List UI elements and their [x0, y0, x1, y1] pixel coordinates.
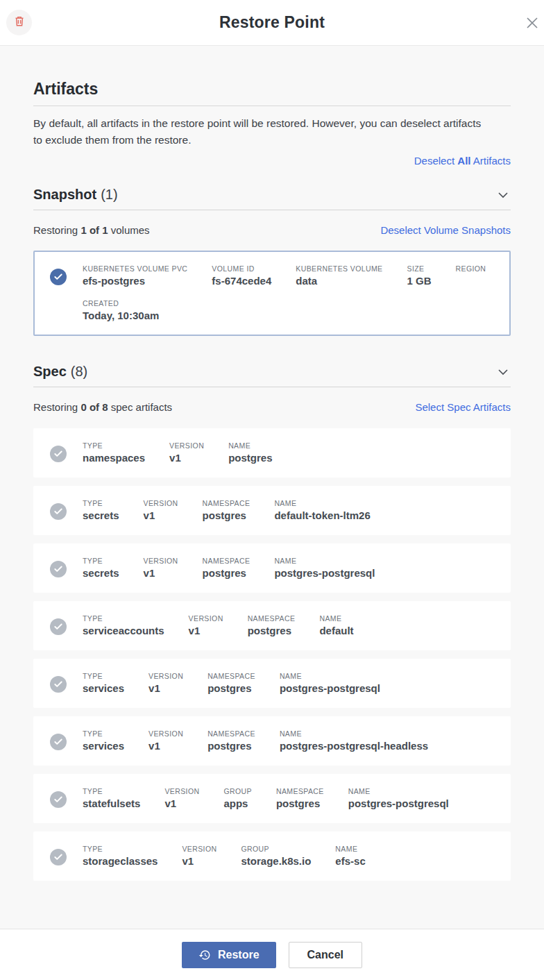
- field-label: NAME: [319, 614, 353, 623]
- field-value: postgres: [207, 682, 255, 695]
- cancel-button[interactable]: Cancel: [289, 942, 362, 968]
- field-label: NAME: [348, 787, 449, 795]
- field-label: NAMESPACE: [203, 499, 250, 507]
- spec-fields: TYPEservicesVERSIONv1NAMESPACEpostgresNA…: [83, 672, 494, 695]
- field-label: VERSION: [164, 787, 199, 795]
- delete-restore-point-button[interactable]: [6, 10, 32, 35]
- chevron-down-icon[interactable]: [497, 189, 509, 201]
- close-icon[interactable]: [525, 15, 540, 31]
- field-label: VERSION: [144, 557, 178, 565]
- field-label: VERSION: [148, 672, 183, 680]
- spec-artifact-list: TYPEnamespacesVERSIONv1NAMEpostgresTYPEs…: [33, 428, 511, 881]
- field-label: KUBERNETES VOLUME PVC: [83, 264, 187, 273]
- artifact-field: VERSIONv1: [148, 729, 183, 752]
- field-value: data: [296, 275, 382, 287]
- snapshot-section-title: Snapshot(1): [33, 187, 118, 203]
- spec-fields: TYPEsecretsVERSIONv1NAMESPACEpostgresNAM…: [83, 557, 494, 580]
- artifact-checkbox[interactable]: [50, 676, 67, 693]
- deselect-volume-snapshots-link[interactable]: Deselect Volume Snapshots: [380, 224, 511, 236]
- deselect-all-artifacts-link[interactable]: Deselect All Artifacts: [414, 155, 511, 167]
- artifact-field: REGION: [456, 264, 486, 287]
- artifacts-description: By default, all artifacts in the restore…: [33, 115, 484, 149]
- field-label: VERSION: [169, 441, 204, 450]
- field-row: TYPEsecretsVERSIONv1NAMESPACEpostgresNAM…: [83, 557, 494, 580]
- select-spec-artifacts-link[interactable]: Select Spec Artifacts: [415, 401, 511, 413]
- spec-section-title: Spec(8): [33, 364, 87, 380]
- field-row: KUBERNETES VOLUME PVCefs-postgresVOLUME …: [83, 264, 494, 287]
- field-row: TYPEserviceaccountsVERSIONv1NAMESPACEpos…: [83, 614, 494, 637]
- field-row: TYPEstatefulsetsVERSIONv1GROUPappsNAMESP…: [83, 787, 494, 810]
- field-value: secrets: [83, 567, 119, 580]
- artifact-field: NAMEdefault-token-ltm26: [274, 499, 370, 522]
- spec-section-header: Spec(8): [33, 364, 511, 387]
- artifact-field: TYPEservices: [83, 729, 124, 752]
- spec-fields: TYPEstorageclassesVERSIONv1GROUPstorage.…: [83, 845, 494, 868]
- artifact-checkbox[interactable]: [50, 734, 67, 750]
- trash-icon: [14, 15, 25, 30]
- spec-artifact-card: TYPEservicesVERSIONv1NAMESPACEpostgresNA…: [33, 716, 511, 766]
- field-label: NAMESPACE: [203, 557, 250, 565]
- field-label: VERSION: [148, 729, 183, 738]
- spec-fields: TYPEnamespacesVERSIONv1NAMEpostgres: [83, 441, 494, 464]
- artifact-field: NAMESPACEpostgres: [203, 557, 250, 580]
- field-value: services: [83, 682, 124, 695]
- field-label: NAMESPACE: [248, 614, 296, 623]
- field-label: TYPE: [83, 787, 140, 795]
- modal-footer: Restore Cancel: [0, 929, 544, 980]
- artifact-field: KUBERNETES VOLUMEdata: [296, 264, 382, 287]
- artifact-field: NAMESPACEpostgres: [207, 729, 255, 752]
- field-row: CREATEDToday, 10:30am: [83, 299, 494, 322]
- spec-artifact-card: TYPEsecretsVERSIONv1NAMESPACEpostgresNAM…: [33, 486, 511, 535]
- artifact-field: NAMEefs-sc: [335, 845, 365, 868]
- spec-artifact-card: TYPEserviceaccountsVERSIONv1NAMESPACEpos…: [33, 601, 511, 650]
- restore-button[interactable]: Restore: [182, 942, 276, 968]
- artifact-checkbox[interactable]: [50, 618, 67, 635]
- field-label: NAME: [280, 729, 428, 738]
- field-label: NAME: [274, 499, 370, 507]
- field-value: default-token-ltm26: [274, 509, 370, 522]
- artifact-checkbox[interactable]: [50, 561, 67, 577]
- spec-artifact-card: TYPEnamespacesVERSIONv1NAMEpostgres: [33, 428, 511, 478]
- artifact-field: VERSIONv1: [144, 557, 178, 580]
- field-value: postgres-postgresql: [274, 567, 375, 580]
- spec-fields: TYPEservicesVERSIONv1NAMESPACEpostgresNA…: [83, 729, 494, 752]
- field-value: postgres-postgresql-headless: [280, 740, 428, 752]
- field-row: TYPEnamespacesVERSIONv1NAMEpostgres: [83, 441, 494, 464]
- field-row: TYPEsecretsVERSIONv1NAMESPACEpostgresNAM…: [83, 499, 494, 522]
- field-value: serviceaccounts: [83, 625, 164, 637]
- artifact-field: TYPEstorageclasses: [83, 845, 158, 868]
- field-label: NAMESPACE: [276, 787, 324, 795]
- artifact-checkbox[interactable]: [50, 791, 67, 808]
- field-label: NAMESPACE: [207, 729, 255, 738]
- field-value: v1: [169, 452, 204, 464]
- field-label: NAMESPACE: [207, 672, 255, 680]
- spec-fields: TYPEserviceaccountsVERSIONv1NAMESPACEpos…: [83, 614, 494, 637]
- field-value: postgres: [248, 625, 296, 637]
- field-row: TYPEstorageclassesVERSIONv1GROUPstorage.…: [83, 845, 494, 868]
- field-label: VERSION: [144, 499, 178, 507]
- artifact-checkbox[interactable]: [50, 269, 67, 285]
- field-label: GROUP: [223, 787, 252, 795]
- artifact-checkbox[interactable]: [50, 503, 67, 520]
- field-label: TYPE: [83, 557, 119, 565]
- field-label: SIZE: [407, 264, 432, 273]
- chevron-down-icon[interactable]: [497, 366, 509, 378]
- artifact-checkbox[interactable]: [50, 849, 67, 865]
- field-label: TYPE: [83, 441, 145, 450]
- field-value: [456, 275, 486, 287]
- field-label: CREATED: [83, 299, 159, 307]
- page-title: Restore Point: [219, 13, 325, 32]
- field-value: v1: [164, 797, 199, 810]
- restore-history-icon: [198, 949, 211, 961]
- field-value: postgres: [203, 567, 250, 580]
- spec-artifact-card: TYPEstorageclassesVERSIONv1GROUPstorage.…: [33, 831, 511, 881]
- artifact-checkbox[interactable]: [50, 446, 67, 462]
- field-value: v1: [189, 625, 223, 637]
- field-value: services: [83, 740, 124, 752]
- field-value: namespaces: [83, 452, 145, 464]
- field-value: v1: [148, 740, 183, 752]
- artifact-field: VOLUME IDfs-674cede4: [212, 264, 271, 287]
- artifact-field: NAMESPACEpostgres: [276, 787, 324, 810]
- field-value: statefulsets: [83, 797, 140, 810]
- field-value: efs-postgres: [83, 275, 187, 287]
